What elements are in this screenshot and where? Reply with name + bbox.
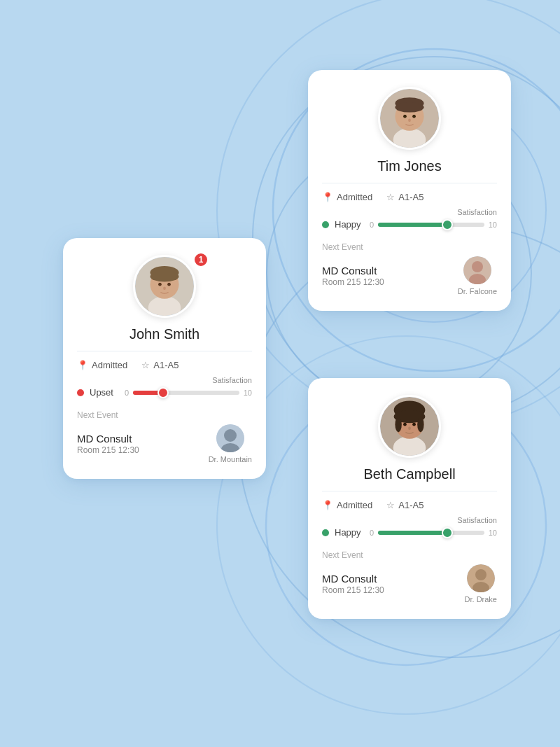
beth-slider-thumb[interactable] (442, 527, 453, 538)
tim-slider-min: 0 (370, 221, 374, 229)
john-avatar (133, 255, 196, 318)
svg-point-25 (472, 261, 483, 272)
beth-location-icon: 📍 (322, 500, 333, 510)
john-next-event-section: Next Event MD Consult Room 215 12:30 Dr.… (63, 400, 266, 463)
svg-point-36 (408, 426, 411, 430)
tim-star-icon: ☆ (386, 192, 395, 202)
john-avatar-wrapper: 1 (63, 238, 266, 318)
beth-status-item: 📍 Admitted (322, 500, 372, 510)
tim-mood-slider-row: Happy 0 10 (322, 219, 497, 230)
beth-avatar-wrapper (308, 378, 511, 458)
john-location-icon: 📍 (77, 360, 88, 370)
beth-doctor-avatar (467, 564, 495, 592)
beth-event-info: MD Consult Room 215 12:30 (322, 573, 384, 595)
tim-divider (322, 183, 497, 183)
tim-doctor-avatar (463, 256, 491, 284)
john-next-event-label: Next Event (77, 410, 252, 420)
john-event-detail: Room 215 12:30 (77, 445, 139, 455)
tim-event-detail: Room 215 12:30 (322, 277, 384, 287)
john-satisfaction-row: Satisfaction (77, 376, 252, 384)
john-smith-card: 1 John Smith 📍 Admitted ☆ A1-A5 Satisfac… (63, 238, 266, 479)
beth-satisfaction-section: Satisfaction Happy 0 10 (308, 510, 511, 540)
beth-divider (322, 491, 497, 491)
tim-room: A1-A5 (398, 192, 424, 202)
beth-status: Admitted (337, 500, 372, 510)
svg-point-23 (408, 118, 411, 122)
beth-mood-slider-row: Happy 0 10 (322, 527, 497, 538)
john-next-event-row: MD Consult Room 215 12:30 Dr. Mountain (77, 424, 252, 463)
beth-doctor-info: Dr. Drake (465, 564, 497, 603)
svg-point-33 (417, 417, 424, 432)
svg-point-38 (475, 569, 486, 580)
beth-slider-min: 0 (370, 529, 374, 537)
beth-next-event-label: Next Event (322, 550, 497, 560)
tim-event-title: MD Consult (322, 265, 384, 277)
john-event-title: MD Consult (77, 433, 139, 445)
john-doctor-avatar (216, 424, 244, 452)
beth-campbell-card: Beth Campbell 📍 Admitted ☆ A1-A5 Satisfa… (308, 378, 511, 619)
beth-satisfaction-row: Satisfaction (322, 516, 497, 524)
tim-info-row: 📍 Admitted ☆ A1-A5 (308, 192, 511, 202)
beth-room: A1-A5 (398, 500, 424, 510)
cards-container: 1 John Smith 📍 Admitted ☆ A1-A5 Satisfac… (0, 0, 560, 747)
tim-name: Tim Jones (308, 158, 511, 174)
john-slider-track[interactable] (133, 391, 239, 395)
svg-point-21 (403, 115, 407, 118)
tim-doctor-name: Dr. Falcone (458, 287, 497, 295)
tim-satisfaction-label: Satisfaction (457, 208, 497, 216)
john-mood-label: Upset (90, 387, 119, 398)
john-slider-min: 0 (125, 389, 129, 397)
svg-point-34 (403, 423, 407, 426)
tim-jones-card: Tim Jones 📍 Admitted ☆ A1-A5 Satisfactio… (308, 70, 511, 311)
beth-slider-max: 10 (489, 529, 497, 537)
john-doctor-name: Dr. Mountain (209, 455, 252, 463)
svg-point-14 (224, 429, 237, 442)
beth-next-event-row: MD Consult Room 215 12:30 Dr. Drake (322, 564, 497, 603)
tim-slider-thumb[interactable] (442, 219, 453, 230)
john-slider-container: 0 10 (125, 389, 252, 397)
john-status-item: 📍 Admitted (77, 360, 127, 370)
beth-star-icon: ☆ (386, 500, 395, 510)
john-doctor-info: Dr. Mountain (209, 424, 252, 463)
beth-slider-container: 0 10 (370, 529, 497, 537)
beth-name: Beth Campbell (308, 466, 511, 482)
tim-satisfaction-row: Satisfaction (322, 208, 497, 216)
tim-mood-label: Happy (335, 219, 364, 230)
john-slider-thumb[interactable] (158, 387, 169, 398)
beth-event-title: MD Consult (322, 573, 384, 585)
beth-info-row: 📍 Admitted ☆ A1-A5 (308, 500, 511, 510)
tim-avatar (378, 87, 441, 150)
tim-location-icon: 📍 (322, 192, 333, 202)
tim-room-item: ☆ A1-A5 (386, 192, 424, 202)
john-slider-max: 10 (244, 389, 252, 397)
tim-slider-track[interactable] (378, 223, 484, 227)
john-status: Admitted (92, 360, 127, 370)
svg-point-22 (412, 115, 416, 118)
tim-next-event-section: Next Event MD Consult Room 215 12:30 Dr.… (308, 232, 511, 295)
tim-slider-container: 0 10 (370, 221, 497, 229)
svg-point-35 (412, 423, 416, 426)
tim-slider-max: 10 (489, 221, 497, 229)
tim-status-item: 📍 Admitted (322, 192, 372, 202)
beth-avatar (378, 395, 441, 458)
john-star-icon: ☆ (141, 360, 150, 370)
tim-next-event-row: MD Consult Room 215 12:30 Dr. Falcone (322, 256, 497, 295)
beth-mood-dot (322, 529, 329, 536)
svg-point-10 (158, 283, 162, 286)
tim-satisfaction-section: Satisfaction Happy 0 10 (308, 202, 511, 232)
beth-slider-track[interactable] (378, 531, 484, 535)
john-satisfaction-section: Satisfaction Upset 0 10 (63, 370, 266, 400)
tim-event-info: MD Consult Room 215 12:30 (322, 265, 384, 287)
beth-satisfaction-label: Satisfaction (457, 516, 497, 524)
tim-next-event-label: Next Event (322, 242, 497, 252)
john-event-info: MD Consult Room 215 12:30 (77, 433, 139, 455)
svg-point-9 (150, 272, 178, 282)
beth-doctor-name: Dr. Drake (465, 595, 497, 603)
john-room: A1-A5 (153, 360, 178, 370)
john-satisfaction-label: Satisfaction (212, 376, 252, 384)
svg-point-32 (395, 417, 401, 432)
beth-next-event-section: Next Event MD Consult Room 215 12:30 Dr.… (308, 540, 511, 603)
beth-slider-fill (378, 531, 447, 535)
john-divider (77, 351, 252, 351)
beth-room-item: ☆ A1-A5 (386, 500, 424, 510)
